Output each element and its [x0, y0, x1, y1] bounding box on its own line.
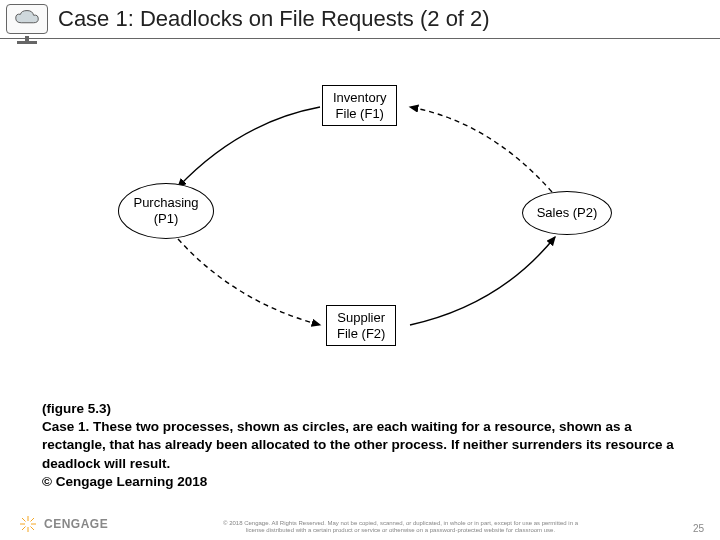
- node-supplier-file: Supplier File (F2): [326, 305, 396, 346]
- svg-line-4: [22, 518, 26, 522]
- figure-caption: (figure 5.3) Case 1. These two processes…: [42, 400, 680, 491]
- node-label: Purchasing: [133, 195, 198, 210]
- slide-title: Case 1: Deadlocks on File Requests (2 of…: [58, 6, 490, 32]
- node-label: File (F2): [337, 326, 385, 341]
- cloud-monitor-icon: [6, 4, 48, 34]
- node-label: Inventory: [333, 90, 386, 105]
- node-label: (P1): [154, 211, 179, 226]
- svg-line-6: [31, 518, 35, 522]
- node-label: Sales (P2): [537, 205, 598, 221]
- brand-text: CENGAGE: [44, 517, 108, 531]
- brand-logo: CENGAGE: [18, 514, 108, 534]
- starburst-icon: [18, 514, 38, 534]
- node-label: Supplier: [337, 310, 385, 325]
- slide-footer: CENGAGE © 2018 Cengage. All Rights Reser…: [0, 514, 720, 534]
- deadlock-diagram: Inventory File (F1) Supplier File (F2) P…: [0, 67, 720, 387]
- copyright-text: © 2018 Cengage. All Rights Reserved. May…: [108, 520, 693, 534]
- svg-line-7: [22, 527, 26, 531]
- slide-header: Case 1: Deadlocks on File Requests (2 of…: [0, 0, 720, 39]
- caption-body: Case 1. These two processes, shown as ci…: [42, 419, 674, 470]
- caption-credit: © Cengage Learning 2018: [42, 474, 207, 489]
- node-inventory-file: Inventory File (F1): [322, 85, 397, 126]
- figure-number: (figure 5.3): [42, 401, 111, 416]
- node-purchasing-p1: Purchasing (P1): [118, 183, 214, 239]
- node-sales-p2: Sales (P2): [522, 191, 612, 235]
- node-label: File (F1): [336, 106, 384, 121]
- svg-line-5: [31, 527, 35, 531]
- page-number: 25: [693, 523, 704, 534]
